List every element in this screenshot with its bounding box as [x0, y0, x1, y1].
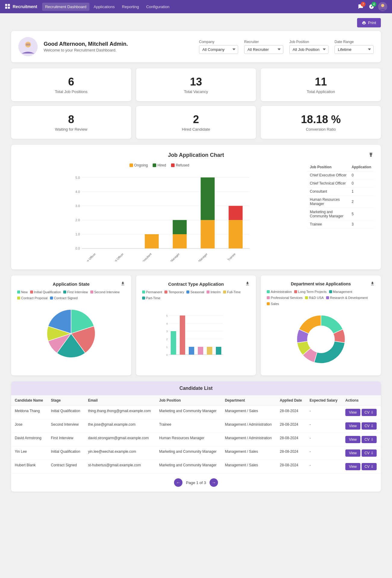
- legend-dot: [50, 297, 53, 300]
- legend-label: Initial Qualification: [34, 290, 61, 294]
- stat-card-5: 18.18 %Conversion Ratio: [261, 106, 381, 139]
- position-cell: Chief Executive Officer: [307, 171, 349, 179]
- prev-page-button[interactable]: ←: [174, 478, 182, 487]
- candidate-email: thing.thang.thong@gmail.example.com: [84, 406, 155, 419]
- dept-legend-item: Long Term Projects: [294, 290, 327, 294]
- chart-download-icon[interactable]: [368, 152, 374, 158]
- app-state-legend-item: Contract Signed: [50, 296, 78, 300]
- job-position-select[interactable]: All Job Position: [289, 45, 328, 54]
- legend-item: Hired: [153, 163, 166, 167]
- cv-button[interactable]: CV ⇩: [362, 449, 377, 457]
- stat-label: Waiting for Review: [17, 127, 125, 132]
- app-state-download[interactable]: [120, 281, 125, 287]
- svg-rect-33: [229, 206, 242, 220]
- print-button[interactable]: Print: [357, 18, 381, 27]
- contract-legend-item: Temporary: [164, 290, 184, 294]
- legend-dot: [63, 291, 66, 294]
- svg-rect-32: [229, 220, 242, 248]
- table-row: Chief Executive Officer0: [307, 171, 374, 179]
- candidate-name: Hubert Blank: [11, 460, 47, 474]
- greeting-text: Good Afternoon, Mitchell Admin.: [44, 41, 128, 47]
- legend-dot: [90, 291, 93, 294]
- svg-rect-27: [173, 220, 187, 234]
- cv-button[interactable]: CV ⇩: [362, 436, 377, 443]
- svg-point-5: [381, 4, 384, 7]
- stat-number: 2: [142, 113, 250, 126]
- candidate-department: Management / Sales: [221, 406, 276, 419]
- svg-text:5: 5: [166, 314, 168, 317]
- candidate-job-position: Trainee: [156, 419, 221, 433]
- chart-legend: OngoingHiredRefused: [18, 163, 300, 167]
- table-col-position: Job Position: [307, 163, 349, 171]
- print-label: Print: [368, 20, 376, 25]
- cv-button[interactable]: CV ⇩: [362, 409, 377, 416]
- navbar: Recruitment Recruitment Dashboard Applic…: [0, 0, 392, 13]
- view-button[interactable]: View: [345, 422, 360, 430]
- activity-count: 4: [372, 2, 376, 7]
- view-button[interactable]: View: [345, 436, 360, 443]
- view-button[interactable]: View: [345, 449, 360, 457]
- nav-applications[interactable]: Applications: [91, 3, 118, 11]
- stat-card-3: 8Waiting for Review: [11, 106, 131, 139]
- candidate-name: Yin Lee: [11, 446, 47, 460]
- candidate-applied-date: 28-08-2024: [276, 419, 306, 433]
- candidate-col-header: Applied Date: [276, 395, 306, 406]
- cv-button[interactable]: CV ⇩: [362, 422, 377, 430]
- nav-recruitment-dashboard[interactable]: Recruitment Dashboard: [42, 3, 89, 11]
- date-range-select[interactable]: Lifetime: [334, 45, 374, 54]
- legend-dot: [223, 291, 226, 294]
- candidate-expected-salary: -: [306, 406, 342, 419]
- job-application-chart-section: Job Application Chart OngoingHiredRefuse…: [11, 145, 381, 269]
- contract-legend-item: Part-Time: [142, 296, 160, 300]
- stat-card-2: 11Total Application: [261, 68, 381, 101]
- dept-download[interactable]: [370, 281, 375, 287]
- legend-dot: [305, 296, 308, 299]
- chart-header: Job Application Chart: [18, 152, 374, 158]
- dept-legend-item: Administration: [267, 290, 292, 294]
- svg-text:Consultant: Consultant: [140, 252, 152, 261]
- candidate-name: Meldona Thang: [11, 406, 47, 419]
- nav-configuration[interactable]: Configuration: [143, 3, 172, 11]
- stats-grid: 6Total Job Positions13Total Vacancy11Tot…: [11, 68, 381, 139]
- next-page-button[interactable]: →: [210, 478, 218, 487]
- legend-dot: [142, 297, 145, 300]
- count-cell: 0: [349, 171, 374, 179]
- view-button[interactable]: View: [345, 463, 360, 470]
- legend-dot: [329, 290, 332, 293]
- legend-dot: [267, 296, 270, 299]
- candidate-col-header: Email: [84, 395, 155, 406]
- print-icon: [362, 21, 366, 25]
- activity-badge[interactable]: 4: [367, 2, 376, 11]
- chart-table: Job Position Application Chief Executive…: [307, 163, 374, 262]
- view-button[interactable]: View: [345, 409, 360, 416]
- position-cell: Human Resources Manager: [307, 196, 349, 208]
- message-badge[interactable]: 7: [356, 2, 365, 11]
- pagination: ← Page 1 of 3 →: [11, 474, 381, 492]
- stat-number: 13: [142, 76, 250, 88]
- legend-dot: [326, 296, 329, 299]
- candidate-applied-date: 28-08-2024: [276, 433, 306, 446]
- svg-rect-29: [201, 220, 215, 248]
- contract-legend-item: Seasonal: [186, 290, 204, 294]
- svg-text:3: 3: [166, 330, 168, 333]
- legend-item: Ongoing: [129, 163, 148, 167]
- legend-label: Administration: [271, 290, 292, 294]
- user-avatar-nav[interactable]: [378, 2, 387, 11]
- company-select[interactable]: All Company: [199, 45, 238, 54]
- svg-rect-24: [145, 234, 159, 248]
- dept-card: Department wise Applications Administrat…: [261, 275, 381, 375]
- svg-rect-51: [198, 347, 203, 355]
- svg-rect-26: [173, 234, 187, 248]
- contract-type-download[interactable]: [245, 281, 250, 287]
- stat-label: Hired Candidate: [142, 127, 250, 132]
- position-cell: Marketing and Community Manager: [307, 208, 349, 220]
- nav-reporting[interactable]: Reporting: [119, 3, 142, 11]
- app-state-pie: [41, 303, 101, 364]
- cv-button[interactable]: CV ⇩: [362, 463, 377, 470]
- count-cell: 0: [349, 179, 374, 188]
- recruiter-select[interactable]: All Recruiter: [244, 45, 283, 54]
- table-row: Human Resources Manager2: [307, 196, 374, 208]
- candidate-job-position: Marketing and Community Manager: [156, 446, 221, 460]
- svg-text:1: 1: [166, 346, 168, 349]
- user-avatar-img: [378, 2, 387, 11]
